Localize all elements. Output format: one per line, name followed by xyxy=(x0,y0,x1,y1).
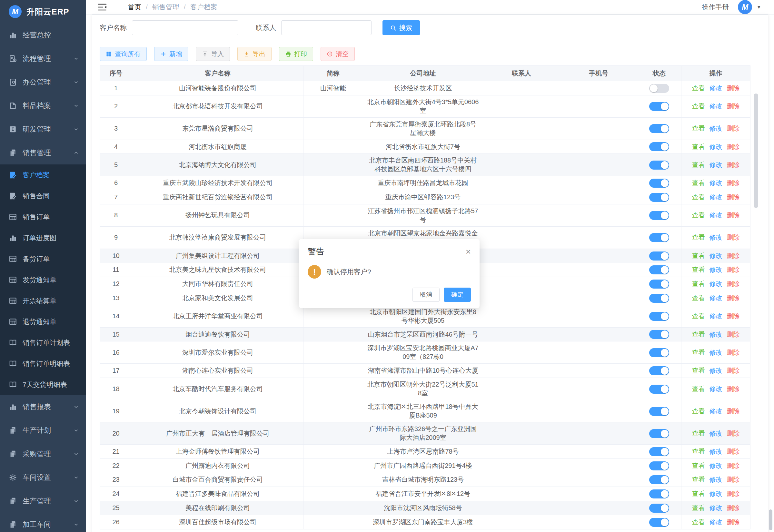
delete-link[interactable]: 删除 xyxy=(727,266,740,273)
delete-link[interactable]: 删除 xyxy=(727,448,740,455)
delete-link[interactable]: 删除 xyxy=(727,430,740,437)
sidebar-item-13[interactable]: 退货通知单 xyxy=(0,311,86,332)
cancel-button[interactable]: 取消 xyxy=(412,288,440,302)
sidebar-item-2[interactable]: 办公管理 xyxy=(0,70,86,94)
sidebar-item-18[interactable]: 生产计划 xyxy=(0,419,86,442)
sidebar-item-21[interactable]: 生产管理 xyxy=(0,489,86,513)
toolbar-button-2[interactable]: 导入 xyxy=(196,47,230,61)
status-toggle[interactable] xyxy=(649,211,669,220)
view-link[interactable]: 查看 xyxy=(692,294,705,301)
status-toggle[interactable] xyxy=(649,330,669,339)
edit-link[interactable]: 修改 xyxy=(709,280,722,287)
delete-link[interactable]: 删除 xyxy=(727,504,740,511)
status-toggle[interactable] xyxy=(649,161,669,170)
sidebar-item-3[interactable]: 料品档案 xyxy=(0,94,86,117)
edit-link[interactable]: 修改 xyxy=(709,161,722,168)
sidebar-item-17[interactable]: 销售报表 xyxy=(0,395,86,419)
sidebar-item-1[interactable]: 流程管理 xyxy=(0,47,86,70)
delete-link[interactable]: 删除 xyxy=(727,518,740,526)
sidebar-item-0[interactable]: 经营总控 xyxy=(0,23,86,47)
edit-link[interactable]: 修改 xyxy=(709,430,722,437)
status-toggle[interactable] xyxy=(649,124,669,133)
sidebar-item-14[interactable]: 销售订单计划表 xyxy=(0,332,86,353)
delete-link[interactable]: 删除 xyxy=(727,476,740,483)
delete-link[interactable]: 删除 xyxy=(727,252,740,259)
edit-link[interactable]: 修改 xyxy=(709,462,722,469)
view-link[interactable]: 查看 xyxy=(692,504,705,511)
customer-name-input[interactable] xyxy=(132,20,238,35)
sidebar-item-9[interactable]: 订单进度图 xyxy=(0,227,86,248)
delete-link[interactable]: 删除 xyxy=(727,161,740,168)
delete-link[interactable]: 删除 xyxy=(727,312,740,320)
status-toggle[interactable] xyxy=(649,312,669,321)
sidebar-item-16[interactable]: 7天交货明细表 xyxy=(0,374,86,395)
status-toggle[interactable] xyxy=(649,179,669,188)
edit-link[interactable]: 修改 xyxy=(709,212,722,219)
edit-link[interactable]: 修改 xyxy=(709,518,722,526)
view-link[interactable]: 查看 xyxy=(692,234,705,241)
status-toggle[interactable] xyxy=(649,142,669,151)
edit-link[interactable]: 修改 xyxy=(709,103,722,110)
breadcrumb-sales[interactable]: 销售管理 xyxy=(152,3,179,12)
status-toggle[interactable] xyxy=(649,84,669,93)
chevron-down-icon[interactable]: ▼ xyxy=(757,5,761,10)
table-scrollbar-thumb[interactable] xyxy=(754,94,758,208)
delete-link[interactable]: 删除 xyxy=(727,349,740,356)
contact-input[interactable] xyxy=(281,20,372,35)
delete-link[interactable]: 删除 xyxy=(727,103,740,110)
manual-link[interactable]: 操作手册 xyxy=(702,3,729,12)
view-link[interactable]: 查看 xyxy=(692,266,705,273)
view-link[interactable]: 查看 xyxy=(692,103,705,110)
edit-link[interactable]: 修改 xyxy=(709,266,722,273)
sidebar-item-15[interactable]: 销售订单明细表 xyxy=(0,353,86,374)
toolbar-button-0[interactable]: 查询所有 xyxy=(100,47,147,61)
sidebar-item-8[interactable]: 销售订单 xyxy=(0,206,86,227)
delete-link[interactable]: 删除 xyxy=(727,179,740,186)
sidebar-item-7[interactable]: 销售合同 xyxy=(0,185,86,206)
view-link[interactable]: 查看 xyxy=(692,143,705,150)
edit-link[interactable]: 修改 xyxy=(709,312,722,320)
delete-link[interactable]: 删除 xyxy=(727,193,740,201)
delete-link[interactable]: 删除 xyxy=(727,408,740,415)
status-toggle[interactable] xyxy=(649,489,669,498)
status-toggle[interactable] xyxy=(649,518,669,527)
delete-link[interactable]: 删除 xyxy=(727,367,740,374)
delete-link[interactable]: 删除 xyxy=(727,294,740,301)
edit-link[interactable]: 修改 xyxy=(709,367,722,374)
view-link[interactable]: 查看 xyxy=(692,385,705,392)
view-link[interactable]: 查看 xyxy=(692,476,705,483)
edit-link[interactable]: 修改 xyxy=(709,143,722,150)
edit-link[interactable]: 修改 xyxy=(709,179,722,186)
view-link[interactable]: 查看 xyxy=(692,430,705,437)
view-link[interactable]: 查看 xyxy=(692,367,705,374)
view-link[interactable]: 查看 xyxy=(692,193,705,201)
sidebar-item-4[interactable]: 研发管理 xyxy=(0,117,86,141)
view-link[interactable]: 查看 xyxy=(692,84,705,92)
sidebar-item-10[interactable]: 备货订单 xyxy=(0,248,86,269)
view-link[interactable]: 查看 xyxy=(692,179,705,186)
delete-link[interactable]: 删除 xyxy=(727,143,740,150)
status-toggle[interactable] xyxy=(649,429,669,438)
status-toggle[interactable] xyxy=(649,102,669,111)
avatar[interactable]: M xyxy=(738,0,752,14)
edit-link[interactable]: 修改 xyxy=(709,504,722,511)
delete-link[interactable]: 删除 xyxy=(727,125,740,132)
sidebar-item-11[interactable]: 发货通知单 xyxy=(0,269,86,290)
search-button[interactable]: 搜索 xyxy=(382,20,420,35)
edit-link[interactable]: 修改 xyxy=(709,125,722,132)
status-toggle[interactable] xyxy=(649,366,669,375)
sidebar-item-20[interactable]: 车间设置 xyxy=(0,466,86,489)
status-toggle[interactable] xyxy=(649,447,669,456)
view-link[interactable]: 查看 xyxy=(692,462,705,469)
delete-link[interactable]: 删除 xyxy=(727,385,740,392)
edit-link[interactable]: 修改 xyxy=(709,385,722,392)
view-link[interactable]: 查看 xyxy=(692,125,705,132)
page-scrollbar-thumb[interactable] xyxy=(769,509,772,530)
status-toggle[interactable] xyxy=(649,407,669,416)
edit-link[interactable]: 修改 xyxy=(709,252,722,259)
delete-link[interactable]: 删除 xyxy=(727,212,740,219)
delete-link[interactable]: 删除 xyxy=(727,84,740,92)
edit-link[interactable]: 修改 xyxy=(709,331,722,338)
sidebar-item-5[interactable]: 销售管理 xyxy=(0,141,86,164)
edit-link[interactable]: 修改 xyxy=(709,349,722,356)
